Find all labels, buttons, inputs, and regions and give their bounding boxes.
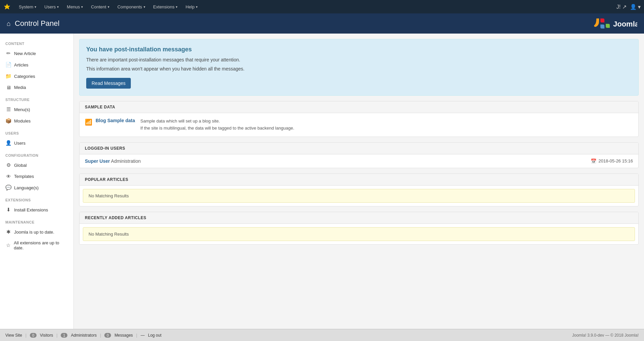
joomla-logo: Joomla! (594, 16, 637, 31)
sidebar-item-articles[interactable]: 📄 Articles (0, 59, 73, 70)
sidebar-item-categories[interactable]: 📁 Categories (0, 70, 73, 82)
sidebar-item-users[interactable]: 👤 Users (0, 137, 73, 149)
articles-icon: 📄 (5, 62, 11, 68)
user-role-text: Administration (111, 158, 141, 164)
modules-icon: 📦 (5, 118, 11, 124)
star-icon: ☆ (5, 242, 11, 248)
chevron-down-icon: ▾ (81, 5, 83, 9)
sidebar-item-ext-update[interactable]: ☆ All extensions are up to date. (0, 238, 73, 253)
logout-icon: — (141, 333, 145, 338)
recently-added-body: No Matching Results (79, 227, 638, 241)
popular-articles-panel: POPULAR ARTICLES No Matching Results (79, 174, 639, 206)
nav-components[interactable]: Components ▾ (114, 0, 149, 13)
recently-added-panel: RECENTLY ADDED ARTICLES No Matching Resu… (79, 212, 639, 245)
sample-data-body: 📶 Blog Sample data Sample data which wil… (79, 113, 638, 137)
chevron-down-icon: ▾ (176, 5, 177, 9)
sidebar-item-media[interactable]: 🖥 Media (0, 82, 73, 93)
nav-right-actions: J! ↗ 👤 ▾ (616, 4, 641, 10)
nav-content[interactable]: Content ▾ (88, 0, 113, 13)
nav-menus[interactable]: Menus ▾ (63, 0, 86, 13)
folder-icon: 📁 (5, 73, 11, 79)
sidebar-item-modules[interactable]: 📦 Modules (0, 115, 73, 127)
header-bar: ⌂ Control Panel Joomla! (0, 13, 644, 34)
user-menu-icon[interactable]: 👤 ▾ (630, 4, 641, 10)
sidebar-section-content: CONTENT (0, 37, 73, 48)
logged-in-users-body: Super User Administration 📅 2018-05-26 1… (79, 154, 638, 168)
eye-icon: 👁 (5, 174, 11, 179)
sample-data-description: Sample data which will set up a blog sit… (140, 118, 294, 132)
sample-data-heading: SAMPLE DATA (79, 101, 638, 113)
sidebar-section-users: USERS (0, 127, 73, 137)
view-site-link[interactable]: View Site (5, 333, 22, 338)
nav-help[interactable]: Help ▾ (182, 0, 201, 13)
nav-system[interactable]: System ▾ (15, 0, 40, 13)
sample-data-row: 📶 Blog Sample data Sample data which wil… (79, 113, 638, 137)
nav-extensions[interactable]: Extensions ▾ (150, 0, 181, 13)
popular-articles-heading: POPULAR ARTICLES (79, 174, 638, 186)
visitors-label[interactable]: Visitors (40, 333, 53, 338)
notice-line1: There are important post-installation me… (86, 56, 632, 63)
visitors-badge: 0 (30, 333, 37, 338)
menus-icon: ☰ (5, 106, 11, 112)
main-layout: CONTENT ✏ New Article 📄 Articles 📁 Categ… (0, 34, 644, 329)
language-icon: 💬 (5, 185, 11, 191)
post-install-notice: You have post-installation messages Ther… (79, 39, 639, 96)
sidebar-section-structure: STRUCTURE (0, 93, 73, 104)
logged-in-users-panel: LOGGED-IN USERS Super User Administratio… (79, 142, 639, 168)
sidebar-item-new-article[interactable]: ✏ New Article (0, 48, 73, 59)
user-name: Super User (85, 158, 110, 164)
logout-link[interactable]: Log out (148, 333, 161, 338)
svg-text:Joomla!: Joomla! (613, 20, 637, 28)
wifi-icon: 📶 (85, 118, 92, 126)
media-icon: 🖥 (5, 85, 11, 90)
nav-users[interactable]: Users ▾ (41, 0, 62, 13)
calendar-icon: 📅 (591, 158, 596, 164)
recently-added-no-results: No Matching Results (83, 227, 635, 241)
home-icon[interactable]: ⌂ (7, 20, 11, 28)
sidebar-item-templates[interactable]: 👁 Templates (0, 171, 73, 182)
sidebar-item-global[interactable]: ⚙ Global (0, 159, 73, 171)
pencil-icon: ✏ (5, 50, 11, 56)
download-icon: ⬇ (5, 207, 11, 213)
chevron-down-icon: ▾ (57, 5, 59, 9)
page-title: Control Panel (15, 19, 59, 28)
top-navbar: System ▾ Users ▾ Menus ▾ Content ▾ Compo… (0, 0, 644, 13)
messages-badge: 0 (104, 333, 111, 338)
sidebar-item-menus[interactable]: ☰ Menu(s) (0, 104, 73, 115)
chevron-down-icon: ▾ (196, 5, 198, 9)
notice-line2: This information area won't appear when … (86, 65, 632, 72)
messages-label[interactable]: Messages (114, 333, 133, 338)
popular-articles-body: No Matching Results (79, 189, 638, 203)
sidebar-item-install-extensions[interactable]: ⬇ Install Extensions (0, 204, 73, 215)
sidebar-item-languages[interactable]: 💬 Language(s) (0, 182, 73, 193)
blog-sample-data-link[interactable]: Blog Sample data (96, 118, 135, 123)
admins-label[interactable]: Administrators (71, 333, 97, 338)
sidebar-section-extensions: EXTENSIONS (0, 193, 73, 204)
sidebar-section-configuration: CONFIGURATION (0, 149, 73, 159)
notice-title: You have post-installation messages (86, 46, 632, 53)
joomla-update-icon: ✱ (5, 229, 11, 235)
chevron-down-icon: ▾ (35, 5, 36, 9)
brand-logo[interactable] (3, 3, 11, 10)
recently-added-heading: RECENTLY ADDED ARTICLES (79, 212, 638, 224)
sidebar-section-maintenance: MAINTENANCE (0, 215, 73, 226)
sidebar-item-joomla-update[interactable]: ✱ Joomla is up to date. (0, 226, 73, 238)
logged-in-user-row: Super User Administration 📅 2018-05-26 1… (79, 154, 638, 168)
user-login-time: 📅 2018-05-26 15:16 (591, 158, 633, 164)
footer-bar: View Site | 0 Visitors | 1 Administrator… (0, 329, 644, 341)
sample-data-panel: SAMPLE DATA 📶 Blog Sample data Sample da… (79, 101, 639, 137)
chevron-down-icon: ▾ (144, 5, 145, 9)
admins-badge: 1 (61, 333, 67, 338)
sidebar: CONTENT ✏ New Article 📄 Articles 📁 Categ… (0, 34, 74, 329)
read-messages-button[interactable]: Read Messages (86, 78, 131, 89)
chevron-down-icon: ▾ (108, 5, 109, 9)
gear-icon: ⚙ (5, 162, 11, 168)
user-icon: 👤 (5, 140, 11, 146)
logged-in-users-heading: LOGGED-IN USERS (79, 143, 638, 154)
content-area: You have post-installation messages Ther… (74, 34, 644, 329)
footer-version: Joomla! 3.9.0-dev — © 2018 Joomla! (572, 333, 639, 338)
external-link-icon[interactable]: J! ↗ (616, 4, 627, 10)
svg-marker-0 (4, 4, 10, 9)
popular-articles-no-results: No Matching Results (83, 189, 635, 203)
